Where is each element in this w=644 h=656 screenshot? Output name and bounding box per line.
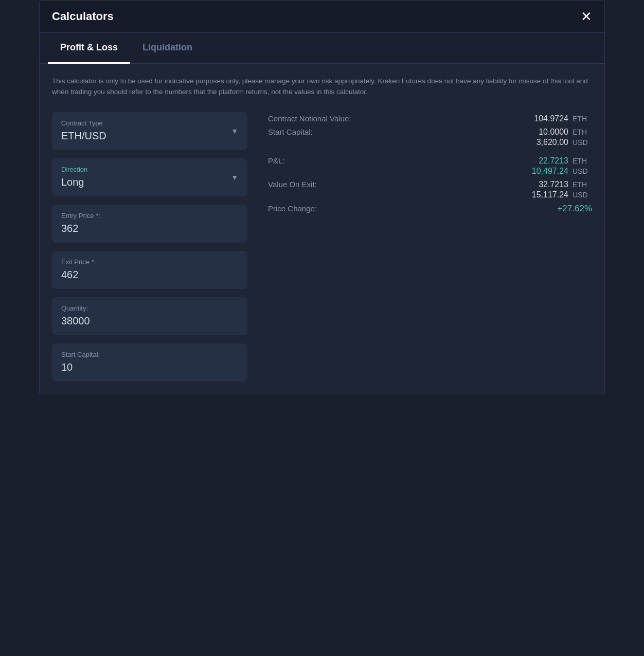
value-on-exit-eth-currency: ETH: [573, 180, 592, 189]
pnl-eth-line: 22.7213 ETH: [522, 156, 592, 166]
start-capital-field[interactable]: Start Capital: 10: [52, 343, 247, 381]
exit-price-value: 462: [61, 269, 238, 281]
pnl-result-row: P&L: 22.7213 ETH 10,497.24 USD: [268, 156, 592, 176]
tab-profit-loss[interactable]: Profit & Loss: [48, 33, 130, 64]
value-on-exit-eth-line: 32.7213 ETH: [522, 180, 592, 189]
left-panel: Contract Type ETH/USD ▼ Direction Long ▼…: [52, 112, 247, 381]
start-capital-usd-currency: USD: [573, 138, 592, 147]
right-panel: Contract Notional Value: 104.9724 ETH St…: [268, 112, 592, 381]
price-change-label: Price Change:: [268, 204, 325, 213]
tab-liquidation[interactable]: Liquidation: [130, 33, 205, 64]
start-capital-value: 10: [61, 361, 238, 373]
tab-bar: Profit & Loss Liquidation: [40, 33, 604, 64]
contract-notional-eth-value: 104.9724: [522, 114, 568, 123]
main-layout: Contract Type ETH/USD ▼ Direction Long ▼…: [52, 112, 592, 381]
start-capital-eth-line: 10.0000 ETH: [522, 127, 592, 137]
price-change-value: +27.62%: [546, 204, 592, 214]
close-button[interactable]: ✕: [581, 10, 592, 23]
disclaimer-text: This calculator is only to be used for i…: [52, 76, 592, 98]
value-on-exit-usd-value: 15,117.24: [522, 190, 568, 199]
quantity-field[interactable]: Quantity: 38000: [52, 297, 247, 335]
price-change-values: +27.62%: [546, 204, 592, 214]
chevron-down-icon: ▼: [231, 127, 238, 135]
value-on-exit-eth-value: 32.7213: [522, 180, 568, 189]
value-on-exit-usd-line: 15,117.24 USD: [522, 190, 592, 199]
start-capital-usd-value: 3,620.00: [522, 138, 568, 147]
contract-type-value: ETH/USD: [61, 130, 238, 142]
pnl-result-label: P&L:: [268, 156, 293, 165]
pnl-eth-value: 22.7213: [522, 156, 568, 166]
price-change-pct-line: +27.62%: [546, 204, 592, 214]
direction-value: Long: [61, 176, 238, 188]
direction-select[interactable]: Direction Long ▼: [52, 158, 247, 196]
exit-price-field[interactable]: Exit Price *: 462: [52, 251, 247, 289]
quantity-label: Quantity:: [61, 304, 238, 312]
start-capital-usd-line: 3,620.00 USD: [522, 138, 592, 147]
pnl-eth-currency: ETH: [573, 157, 592, 165]
entry-price-value: 362: [61, 223, 238, 234]
pnl-usd-value: 10,497.24: [522, 167, 568, 176]
direction-label: Direction: [61, 166, 238, 173]
pnl-usd-line: 10,497.24 USD: [522, 167, 592, 176]
contract-notional-eth-currency: ETH: [573, 115, 592, 123]
pnl-usd-currency: USD: [573, 167, 592, 175]
entry-price-field[interactable]: Entry Price *: 362: [52, 205, 247, 243]
value-on-exit-row: Value On Exit: 32.7213 ETH 15,117.24 USD: [268, 180, 592, 199]
contract-notional-label: Contract Notional Value:: [268, 114, 359, 123]
chevron-down-icon-2: ▼: [231, 173, 238, 181]
start-capital-result-row: Start Capital: 10.0000 ETH 3,620.00 USD: [268, 127, 592, 147]
title-bar: Calculators ✕: [40, 1, 604, 33]
contract-type-select[interactable]: Contract Type ETH/USD ▼: [52, 112, 247, 150]
contract-notional-eth-line: 104.9724 ETH: [522, 114, 592, 123]
value-on-exit-values: 32.7213 ETH 15,117.24 USD: [522, 180, 592, 199]
start-capital-eth-currency: ETH: [573, 128, 592, 136]
start-capital-label: Start Capital:: [61, 351, 238, 358]
calculator-content: This calculator is only to be used for i…: [40, 64, 604, 394]
pnl-result-values: 22.7213 ETH 10,497.24 USD: [522, 156, 592, 176]
contract-notional-values: 104.9724 ETH: [522, 114, 592, 123]
start-capital-eth-value: 10.0000: [522, 127, 568, 137]
start-capital-result-values: 10.0000 ETH 3,620.00 USD: [522, 127, 592, 147]
value-on-exit-label: Value On Exit:: [268, 180, 325, 189]
start-capital-result-label: Start Capital:: [268, 127, 321, 136]
contract-type-label: Contract Type: [61, 119, 238, 127]
quantity-value: 38000: [61, 315, 238, 327]
value-on-exit-usd-currency: USD: [573, 191, 592, 199]
calculator-window: Calculators ✕ Profit & Loss Liquidation …: [39, 0, 605, 394]
price-change-row: Price Change: +27.62%: [268, 204, 592, 214]
entry-price-label: Entry Price *:: [61, 212, 238, 220]
window-title: Calculators: [52, 10, 114, 23]
contract-notional-row: Contract Notional Value: 104.9724 ETH: [268, 114, 592, 123]
exit-price-label: Exit Price *:: [61, 258, 238, 266]
